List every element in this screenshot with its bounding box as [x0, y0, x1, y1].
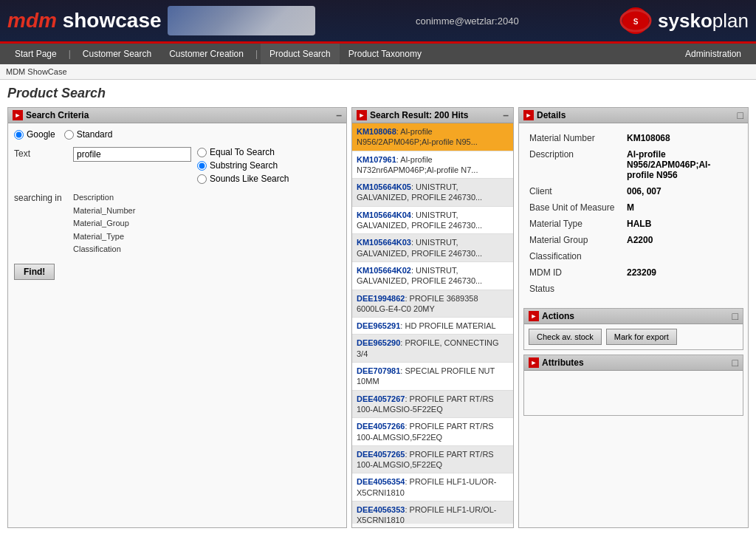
- details-panel: ► Details □ Material NumberKM108068Descr…: [518, 107, 749, 528]
- search-results-title: Search Result: 200 Hits: [370, 110, 468, 120]
- details-icon: ►: [523, 110, 534, 120]
- nav-customer-creation[interactable]: Customer Creation: [160, 44, 252, 64]
- nav-administration[interactable]: Administration: [676, 44, 750, 64]
- result-item[interactable]: DEE707981: SPECIAL PROFILE NUT 10MM: [352, 363, 513, 391]
- check-stock-button[interactable]: Check av. stock: [529, 329, 602, 345]
- result-item[interactable]: KM107961: Al-profile N732nr6APM046P;Al-p…: [352, 151, 513, 179]
- nav-sep-1: |: [66, 49, 74, 59]
- nav-bar: Start Page | Customer Search Customer Cr…: [0, 44, 756, 64]
- attributes-icon: ►: [529, 357, 539, 368]
- find-button[interactable]: Find!: [14, 264, 55, 280]
- search-criteria-minimize[interactable]: –: [336, 110, 342, 120]
- search-criteria-header: ► Search Criteria –: [8, 108, 346, 123]
- details-row: Classification: [526, 249, 740, 264]
- search-criteria-title: Search Criteria: [26, 110, 89, 120]
- details-label: Material Group: [526, 233, 622, 247]
- details-body: Material NumberKM108068DescriptionAl-pro…: [519, 123, 748, 304]
- radio-google[interactable]: Google: [14, 129, 55, 140]
- result-item[interactable]: DEE965291: HD PROFILE MATERIAL: [352, 318, 513, 335]
- text-search-input[interactable]: [73, 147, 191, 162]
- details-label: Description: [526, 147, 622, 182]
- radio-standard-input[interactable]: [64, 130, 74, 140]
- actions-section: ► Actions □ Check av. stock Mark for exp…: [523, 308, 743, 350]
- breadcrumb: MDM ShowCase: [0, 64, 756, 80]
- attributes-title: Attributes: [542, 357, 584, 368]
- details-row: Client006, 007: [526, 184, 740, 199]
- radio-group: Google Standard: [14, 129, 340, 140]
- results-list[interactable]: KM108068: Al-profile N956/2APM046P;Al-pr…: [352, 123, 513, 524]
- result-item[interactable]: DEE4056353: PROFILE HLF1-UR/OL-X5CRNI181…: [352, 502, 513, 524]
- logo: mdm showcase: [7, 9, 162, 32]
- details-label: Status: [526, 281, 622, 296]
- result-item[interactable]: DEE965290: PROFILE, CONNECTING 3/4: [352, 335, 513, 363]
- nav-product-search[interactable]: Product Search: [261, 44, 340, 64]
- details-value: A2200: [624, 233, 740, 247]
- equal-to-search-option[interactable]: Equal To Search: [197, 147, 289, 157]
- radio-standard[interactable]: Standard: [64, 129, 113, 140]
- attributes-minimize[interactable]: □: [732, 357, 738, 368]
- result-item[interactable]: DEE4057266: PROFILE PART RT/RS 100-ALMGS…: [352, 418, 513, 446]
- details-label: Base Unit of Measure: [526, 200, 622, 215]
- sounds-like-radio[interactable]: [197, 174, 207, 184]
- search-criteria-icon: ►: [13, 110, 23, 120]
- nav-customer-search[interactable]: Customer Search: [74, 44, 160, 64]
- search-field-material-type: Material_Type: [73, 230, 135, 244]
- search-results-header: ► Search Result: 200 Hits –: [352, 108, 513, 123]
- details-row: Base Unit of MeasureM: [526, 200, 740, 215]
- action-buttons: Check av. stock Mark for export: [524, 324, 743, 349]
- search-results-icon: ►: [357, 110, 367, 120]
- details-row: DescriptionAl-profile N956/2APM046P;Al-p…: [526, 147, 740, 182]
- details-row: Status: [526, 281, 740, 296]
- result-item[interactable]: KM105664K03: UNISTRUT, GALVANIZED, PROFI…: [352, 234, 513, 262]
- logo-showcase: showcase: [57, 9, 162, 32]
- details-value: 006, 007: [624, 184, 740, 199]
- result-item[interactable]: KM108068: Al-profile N956/2APM046P;Al-pr…: [352, 123, 513, 151]
- result-item[interactable]: DEE4057265: PROFILE PART RT/RS 100-ALMGS…: [352, 446, 513, 474]
- search-field-material-number: Material_Number: [73, 205, 135, 218]
- sounds-like-option[interactable]: Sounds Like Search: [197, 174, 289, 184]
- equal-to-label: Equal To Search: [210, 147, 275, 157]
- attributes-body: [524, 371, 743, 415]
- searching-in-row: searching in Description Material_Number…: [14, 191, 340, 256]
- details-row: Material NumberKM108068: [526, 131, 740, 146]
- result-item[interactable]: DEE1994862: PROFILE 3689358 6000LG-E4-C0…: [352, 290, 513, 318]
- details-row: Material GroupA2200: [526, 233, 740, 247]
- nav-start-page[interactable]: Start Page: [6, 44, 66, 64]
- attributes-section: ► Attributes □: [523, 355, 743, 416]
- substring-label: Substring Search: [210, 160, 278, 171]
- substring-search-option[interactable]: Substring Search: [197, 160, 289, 171]
- details-value: 223209: [624, 265, 740, 280]
- details-value: [624, 281, 740, 296]
- details-label: Client: [526, 184, 622, 199]
- nav-product-taxonomy[interactable]: Product Taxonomy: [340, 44, 430, 64]
- details-table: Material NumberKM108068DescriptionAl-pro…: [525, 129, 742, 298]
- radio-google-input[interactable]: [14, 130, 24, 140]
- result-item[interactable]: KM105664K05: UNISTRUT, GALVANIZED, PROFI…: [352, 179, 513, 207]
- actions-icon: ►: [529, 311, 539, 321]
- actions-title: Actions: [542, 311, 574, 321]
- details-label: MDM ID: [526, 265, 622, 280]
- text-field-row: Text Equal To Search Substring Search: [14, 147, 340, 184]
- search-field-description: Description: [73, 191, 135, 205]
- result-item[interactable]: KM105664K02: UNISTRUT, GALVANIZED, PROFI…: [352, 262, 513, 290]
- result-item[interactable]: DEE4057267: PROFILE PART RT/RS 100-ALMGS…: [352, 391, 513, 419]
- details-label: Material Number: [526, 131, 622, 146]
- main-layout: ► Search Criteria – Google Standard: [7, 107, 749, 528]
- header-decoration: [168, 6, 315, 35]
- attributes-header: ► Attributes □: [524, 355, 743, 371]
- details-value: KM108068: [624, 131, 740, 146]
- result-item[interactable]: KM105664K04: UNISTRUT, GALVANIZED, PROFI…: [352, 207, 513, 235]
- details-label: Material Type: [526, 216, 622, 231]
- search-options: Equal To Search Substring Search Sounds …: [197, 147, 289, 184]
- details-row: MDM ID223209: [526, 265, 740, 280]
- text-field-label: Text: [14, 147, 73, 159]
- result-item[interactable]: DEE4056354: PROFILE HLF1-UL/OR-X5CRNI181…: [352, 473, 513, 502]
- nav-sep-2: |: [252, 49, 261, 59]
- details-minimize[interactable]: □: [738, 110, 743, 120]
- equal-to-radio[interactable]: [197, 148, 207, 157]
- search-results-minimize[interactable]: –: [503, 110, 509, 120]
- actions-minimize[interactable]: □: [732, 311, 738, 321]
- substring-radio[interactable]: [197, 161, 207, 171]
- mark-export-button[interactable]: Mark for export: [606, 329, 677, 345]
- search-results-panel: ► Search Result: 200 Hits – KM108068: Al…: [351, 107, 514, 528]
